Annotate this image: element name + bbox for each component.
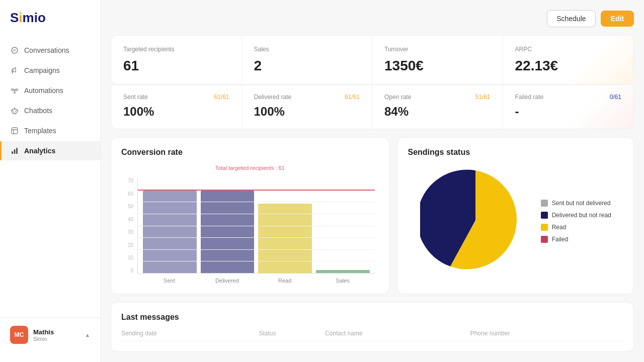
- sidebar-item-automations-label: Automations: [24, 86, 63, 95]
- stats-row-2: Sent rate 61/61 100% Delivered rate 61/6…: [111, 85, 634, 129]
- y-label-60: 60: [128, 191, 133, 197]
- stat-sales-value: 2: [254, 58, 360, 74]
- pie-svg: [420, 165, 531, 276]
- conversion-rate-title: Conversion rate: [121, 148, 379, 157]
- x-label-delivered: Delivered: [200, 278, 254, 284]
- stat-arpc-label: ARPC: [515, 46, 622, 53]
- last-messages-title: Last messages: [121, 313, 623, 322]
- stat-failed-rate-count: 0/61: [610, 94, 621, 101]
- stat-failed-rate-label: Failed rate: [515, 94, 544, 101]
- stat-targeted-recipients-value: 61: [123, 58, 229, 74]
- col-contact-name: Contact name: [325, 328, 470, 341]
- sidebar-footer: MC Mathis Simio ▲: [0, 317, 100, 352]
- sendings-status-title: Sendings status: [408, 148, 623, 157]
- col-phone-number: Phone number: [470, 328, 623, 341]
- chat-icon: [10, 46, 19, 55]
- y-label-0: 0: [130, 268, 133, 274]
- sidebar-item-analytics-label: Analytics: [24, 147, 55, 155]
- svg-rect-7: [12, 128, 18, 134]
- chart-area: [137, 178, 375, 274]
- avatar: MC: [10, 326, 28, 344]
- stat-targeted-recipients-label: Targeted recipients: [123, 46, 229, 53]
- last-messages-card: Last messages Sending date Status Contac…: [111, 302, 634, 352]
- sidebar-item-chatbots-label: Chatbots: [24, 107, 52, 115]
- user-info: Mathis Simio: [33, 328, 80, 342]
- stat-failed-rate: Failed rate 0/61 -: [503, 85, 634, 129]
- svg-rect-9: [14, 149, 16, 154]
- stat-delivered-rate-label: Delivered rate: [254, 94, 292, 101]
- legend-label-sent-not-delivered: Sent but not delivered: [552, 200, 611, 207]
- stat-open-rate: Open rate 51/61 84%: [372, 85, 503, 129]
- pie-chart: [420, 165, 531, 278]
- stat-sales-label: Sales: [254, 46, 360, 53]
- sidebar-nav: Conversations Campaigns Automations Chat…: [0, 41, 100, 317]
- y-label-20: 20: [128, 242, 133, 248]
- y-label-70: 70: [128, 178, 133, 184]
- stat-delivered-rate-value: 100%: [254, 105, 360, 119]
- stat-turnover-label: Turnover: [384, 46, 491, 53]
- legend-label-failed: Failed: [552, 236, 569, 243]
- x-label-sent: Sent: [142, 278, 196, 284]
- main-content: Schedule Edit Targeted recipients 61 Sal…: [101, 0, 644, 362]
- stat-turnover: Turnover 1350€: [372, 36, 503, 84]
- stat-sales: Sales 2: [242, 36, 373, 84]
- stat-targeted-recipients: Targeted recipients 61: [111, 36, 242, 84]
- sidebar-item-templates-label: Templates: [24, 127, 56, 135]
- sidebar-item-templates[interactable]: Templates: [0, 121, 100, 140]
- charts-row: Conversion rate Total targeted recipient…: [111, 137, 634, 294]
- y-axis: 0 10 20 30 40 50 60 70: [121, 178, 135, 274]
- stat-arpc: ARPC 22.13€: [503, 36, 634, 84]
- y-label-10: 10: [128, 255, 133, 260]
- x-axis: Sent Delivered Read Sales: [137, 278, 375, 284]
- legend-dot-delivered-not-read: [541, 212, 548, 219]
- stat-arpc-value: 22.13€: [515, 58, 622, 74]
- svg-point-3: [14, 92, 16, 94]
- stat-open-rate-label: Open rate: [384, 94, 411, 101]
- stat-sent-rate-label: Sent rate: [123, 94, 148, 101]
- legend-item-read: Read: [541, 224, 611, 231]
- y-label-50: 50: [128, 204, 133, 209]
- top-header: Schedule Edit: [111, 10, 634, 27]
- conversion-rate-card: Conversion rate Total targeted recipient…: [111, 137, 389, 294]
- sendings-status-card: Sendings status Sent but not d: [397, 137, 634, 294]
- messages-table: Sending date Status Contact name Phone n…: [121, 328, 623, 341]
- user-name: Mathis: [33, 328, 80, 336]
- y-label-30: 30: [128, 229, 133, 235]
- legend-dot-failed: [541, 236, 548, 243]
- sidebar-item-automations[interactable]: Automations: [0, 81, 100, 100]
- chevron-up-icon: ▲: [85, 332, 90, 338]
- stat-open-rate-count: 51/61: [475, 94, 490, 101]
- svg-point-0: [12, 47, 18, 53]
- y-label-40: 40: [128, 217, 133, 222]
- pie-wrapper: Sent but not delivered Delivered but not…: [408, 165, 623, 278]
- sidebar-item-campaigns-label: Campaigns: [24, 66, 60, 74]
- edit-button[interactable]: Edit: [601, 11, 634, 27]
- sidebar-item-conversations-label: Conversations: [24, 46, 69, 54]
- col-sending-date: Sending date: [121, 328, 259, 341]
- automation-icon: [10, 86, 19, 95]
- legend-label-read: Read: [552, 224, 567, 231]
- sidebar-item-chatbots[interactable]: Chatbots: [0, 101, 100, 120]
- legend-dot-sent-not-delivered: [541, 200, 548, 207]
- sidebar-item-analytics[interactable]: Analytics: [0, 141, 100, 160]
- stat-sent-rate-value: 100%: [123, 105, 229, 119]
- legend-dot-read: [541, 224, 548, 231]
- stat-sent-rate: Sent rate 61/61 100%: [111, 85, 242, 129]
- svg-rect-10: [16, 148, 18, 154]
- target-line-label: Total targeted recipients : 61: [121, 165, 379, 171]
- legend-label-delivered-not-read: Delivered but not read: [552, 212, 611, 219]
- schedule-button[interactable]: Schedule: [547, 10, 595, 27]
- stats-row-1: Targeted recipients 61 Sales 2 Turnover …: [111, 35, 634, 84]
- legend-item-delivered-not-read: Delivered but not read: [541, 212, 611, 219]
- sidebar-item-campaigns[interactable]: Campaigns: [0, 61, 100, 80]
- bar-chart-container: Total targeted recipients : 61 0 10 20 3…: [121, 165, 379, 284]
- target-line: [138, 190, 375, 191]
- user-company: Simio: [33, 336, 80, 342]
- legend-item-sent-not-delivered: Sent but not delivered: [541, 200, 611, 207]
- table-header-row: Sending date Status Contact name Phone n…: [121, 328, 623, 341]
- legend-item-failed: Failed: [541, 236, 611, 243]
- svg-rect-8: [12, 151, 13, 154]
- sidebar-item-conversations[interactable]: Conversations: [0, 41, 100, 60]
- megaphone-icon: [10, 66, 19, 75]
- x-label-read: Read: [258, 278, 312, 284]
